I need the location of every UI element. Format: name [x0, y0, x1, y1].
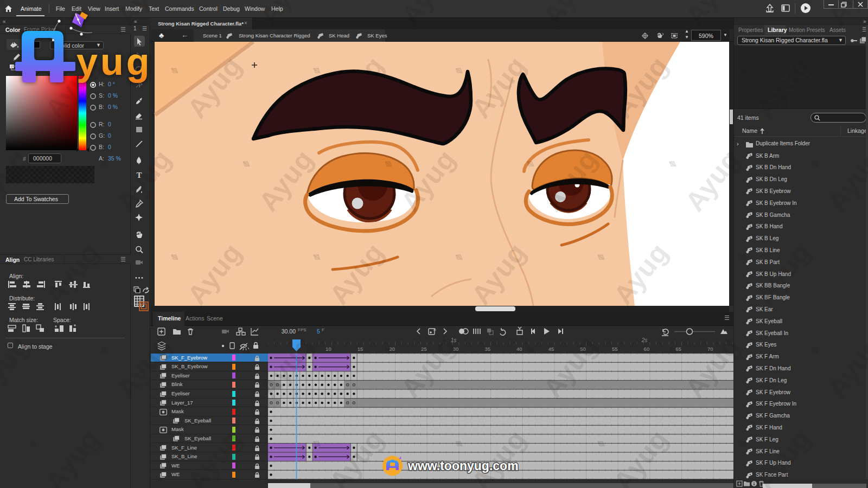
- svg-text:www.toonyug.com: www.toonyug.com: [407, 459, 519, 473]
- svg-text:30: 30: [453, 346, 459, 352]
- svg-text:yug: yug: [76, 41, 152, 83]
- svg-text:1s: 1s: [451, 337, 457, 343]
- svg-text:FPS: FPS: [298, 328, 307, 332]
- svg-text:50: 50: [580, 346, 586, 352]
- svg-text:15: 15: [358, 346, 363, 352]
- svg-text:20: 20: [389, 346, 395, 352]
- svg-text:F: F: [322, 328, 324, 332]
- svg-text:A: A: [433, 328, 436, 331]
- svg-text:25: 25: [421, 346, 427, 352]
- svg-text:70: 70: [707, 346, 713, 352]
- svg-text:55: 55: [612, 346, 618, 352]
- svg-text:2s: 2s: [641, 337, 648, 343]
- svg-text:65: 65: [675, 346, 681, 352]
- svg-text:35: 35: [484, 346, 490, 352]
- svg-text:45: 45: [548, 346, 554, 352]
- svg-text:30.00: 30.00: [282, 328, 296, 335]
- svg-text:10: 10: [326, 346, 331, 352]
- svg-text:T: T: [136, 171, 142, 179]
- svg-text:40: 40: [516, 346, 522, 352]
- svg-text:5: 5: [317, 328, 320, 335]
- svg-text:60: 60: [644, 346, 650, 352]
